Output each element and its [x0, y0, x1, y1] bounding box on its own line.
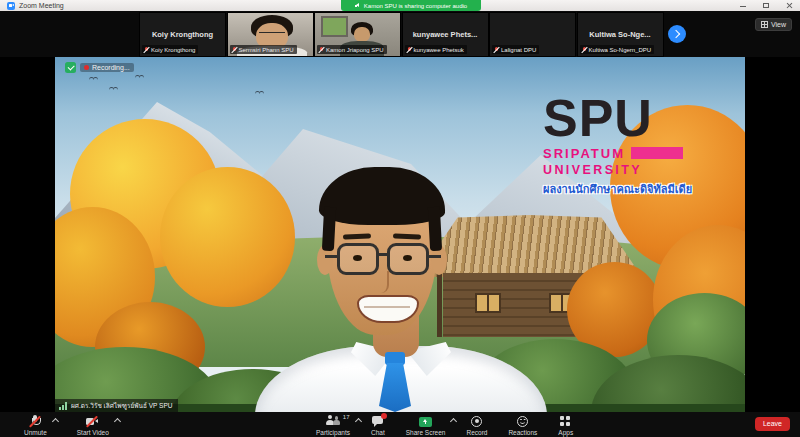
participants-caret-icon[interactable] — [355, 418, 362, 425]
record-dot-icon — [84, 65, 89, 70]
zoom-meeting-window: Zoom Meeting Kamon SPU is sharing comput… — [0, 0, 800, 437]
mic-options-caret-icon[interactable] — [52, 418, 59, 425]
participants-filmstrip: Koiy Krongthong Koiy Krongthong Sermsiri… — [0, 11, 800, 57]
participants-button[interactable]: 17 Participants — [316, 415, 350, 436]
meeting-toolbar: Unmute Start Video 17 Participants Chat — [0, 412, 800, 437]
muted-mic-icon — [144, 46, 149, 53]
apps-button[interactable]: Apps — [558, 415, 573, 436]
people-icon: 17 — [325, 415, 340, 427]
spu-logo-pink-block — [631, 147, 683, 159]
participant-center-name: kunyawee Phets... — [403, 30, 488, 39]
participant-name-label: Kultiwa So-Ngern_DPU — [580, 45, 655, 54]
muted-mic-icon — [319, 46, 324, 53]
unmute-button[interactable]: Unmute — [24, 415, 47, 436]
participant-tile-kamon[interactable]: Kamon Jriapong SPU — [314, 12, 401, 57]
window-close-button[interactable] — [785, 2, 793, 10]
chat-notification-badge — [381, 413, 387, 419]
bird-icon — [135, 75, 145, 80]
muted-mic-icon — [494, 46, 499, 53]
mic-icon — [29, 415, 41, 427]
chat-button[interactable]: Chat — [371, 415, 385, 436]
bird-icon — [109, 87, 119, 92]
speaker-name-label: ผศ.ดร.วิรัช เลิศไพฑูรย์พันธ์ VP SPU — [55, 399, 178, 412]
share-screen-button[interactable]: Share Screen — [406, 415, 446, 436]
window-title: Zoom Meeting — [19, 2, 64, 9]
chat-icon — [372, 415, 384, 427]
window-minimize-button[interactable] — [739, 2, 747, 10]
record-button[interactable]: Record — [466, 415, 487, 436]
participant-name-label: Kamon Jriapong SPU — [317, 45, 387, 54]
view-label: View — [771, 21, 786, 28]
recording-label: Recording... — [92, 64, 130, 71]
spu-logo-tagline: ผลงานนักศึกษาคณะดิจิทัลมีเดีย — [543, 180, 738, 198]
camera-icon — [86, 415, 99, 427]
muted-mic-icon — [407, 46, 412, 53]
participant-tile-koiy[interactable]: Koiy Krongthong Koiy Krongthong — [139, 12, 226, 57]
speaker-name-text: ผศ.ดร.วิรัช เลิศไพฑูรย์พันธ์ VP SPU — [71, 401, 172, 411]
muted-mic-icon — [582, 46, 587, 53]
zoom-app-icon — [7, 2, 15, 10]
recording-indicator: Recording... — [65, 62, 134, 73]
participant-tile-dpu-1[interactable]: Lalignat DPU — [489, 12, 576, 57]
grid-view-icon — [761, 21, 768, 28]
view-button[interactable]: View — [755, 18, 792, 31]
participant-name-label: Koiy Krongthong — [142, 45, 198, 54]
spu-logo: SPU SRIPATUM UNIVERSITY ผลงานนักศึกษาคณะ… — [543, 97, 738, 198]
signal-bars-icon — [59, 402, 68, 410]
banner-text: Kamon SPU is sharing computer audio — [364, 3, 467, 9]
spu-logo-line1: SRIPATUM — [543, 146, 625, 161]
participant-center-name: Kultiwa So-Nge... — [578, 30, 663, 39]
video-options-caret-icon[interactable] — [114, 418, 121, 425]
start-video-button[interactable]: Start Video — [77, 415, 109, 436]
recording-shield-icon — [65, 62, 76, 73]
share-screen-icon — [419, 417, 432, 427]
muted-mic-icon — [232, 46, 237, 53]
participant-name-label: Lalignat DPU — [492, 45, 539, 54]
apps-icon — [560, 416, 571, 427]
reactions-icon — [517, 416, 528, 427]
participant-name-label: Sermsiri Phann SPU — [230, 45, 297, 54]
record-icon — [471, 416, 482, 427]
bird-icon — [89, 77, 99, 82]
share-options-caret-icon[interactable] — [450, 418, 457, 425]
speaker-audio-icon — [355, 3, 361, 9]
participant-tile-kultiwa[interactable]: Kultiwa So-Nge... Kultiwa So-Ngern_DPU — [577, 12, 664, 57]
participant-name-label: kunyawee Phetsuk — [405, 45, 467, 54]
spu-logo-acronym: SPU — [543, 97, 738, 141]
participant-center-name: Koiy Krongthong — [140, 30, 225, 39]
next-participants-icon[interactable] — [668, 25, 686, 43]
bird-icon — [255, 91, 265, 96]
sharing-audio-banner: Kamon SPU is sharing computer audio — [341, 0, 481, 11]
window-maximize-button[interactable] — [762, 2, 770, 10]
leave-button[interactable]: Leave — [755, 417, 790, 431]
spu-logo-line2: UNIVERSITY — [543, 163, 738, 177]
reactions-button[interactable]: Reactions — [508, 415, 537, 436]
participants-count: 17 — [343, 414, 350, 420]
participant-tile-sermsiri[interactable]: Sermsiri Phann SPU — [227, 12, 314, 57]
main-speaker-video: SPU SRIPATUM UNIVERSITY ผลงานนักศึกษาคณะ… — [55, 57, 745, 412]
participant-tile-kunyawee[interactable]: kunyawee Phets... kunyawee Phetsuk — [402, 12, 489, 57]
